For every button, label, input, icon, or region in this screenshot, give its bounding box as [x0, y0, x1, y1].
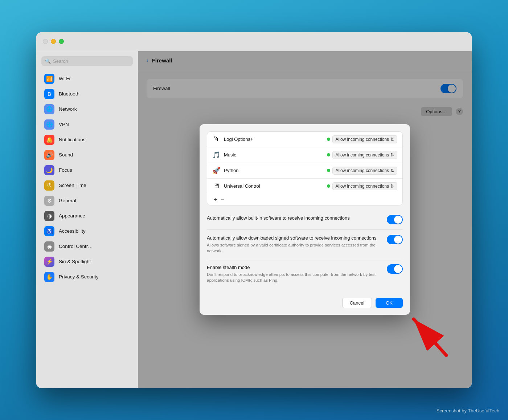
- status-label: Allow incoming connections: [336, 184, 389, 189]
- sidebar-label-network: Network: [59, 106, 77, 112]
- app-icon: 🚀: [212, 167, 220, 175]
- macos-window: 🔍 Search 📶 Wi-Fi B Bluetooth 🌐 Network 🌐…: [36, 32, 472, 388]
- sidebar-label-screentime: Screen Time: [59, 183, 86, 188]
- network-icon: 🌐: [44, 104, 54, 114]
- app-name: Universal Control: [224, 183, 323, 189]
- settings-section: Automatically allow built-in software to…: [207, 210, 403, 289]
- sidebar-label-vpn: VPN: [59, 122, 69, 127]
- settings-row-auto-signed: Automatically allow downloaded signed so…: [207, 230, 403, 259]
- window-body: 🔍 Search 📶 Wi-Fi B Bluetooth 🌐 Network 🌐…: [36, 51, 472, 388]
- sidebar-label-appearance: Appearance: [59, 213, 85, 219]
- status-select[interactable]: Allow incoming connections ⇅: [332, 167, 397, 175]
- status-select[interactable]: Allow incoming connections ⇅: [332, 151, 397, 159]
- focus-icon: 🌙: [44, 165, 54, 175]
- search-bar[interactable]: 🔍 Search: [41, 56, 133, 66]
- settings-toggle-auto-builtin[interactable]: [387, 215, 403, 224]
- general-icon: ⚙: [44, 196, 54, 206]
- svg-line-1: [414, 319, 446, 355]
- sound-icon: 🔊: [44, 150, 54, 160]
- toggle-knob: [394, 265, 402, 273]
- sidebar-label-wifi: Wi-Fi: [59, 76, 70, 81]
- sidebar-label-general: General: [59, 198, 76, 203]
- sidebar-label-siri: Siri & Spotlight: [59, 259, 91, 264]
- settings-row-stealth: Enable stealth mode Don't respond to or …: [207, 259, 403, 288]
- settings-row-auto-builtin: Automatically allow built-in software to…: [207, 210, 403, 230]
- sidebar-label-accessibility: Accessibility: [59, 228, 86, 234]
- sidebar-item-appearance[interactable]: ◑ Appearance: [38, 208, 136, 224]
- settings-text: Enable stealth mode Don't respond to or …: [207, 264, 382, 283]
- app-name: Logi Options+: [224, 136, 323, 142]
- status-dot: [327, 169, 330, 172]
- privacy-icon: ✋: [44, 272, 54, 282]
- search-icon: 🔍: [45, 58, 51, 64]
- sidebar-item-sound[interactable]: 🔊 Sound: [38, 147, 136, 163]
- app-row: 🖱 Logi Options+ Allow incoming connectio…: [207, 132, 402, 147]
- sidebar-item-vpn[interactable]: 🌐 VPN: [38, 117, 136, 132]
- connection-status: Allow incoming connections ⇅: [327, 182, 397, 190]
- status-label: Allow incoming connections: [336, 152, 389, 158]
- screentime-icon: ⏱: [44, 180, 54, 191]
- sidebar-item-controlcenter[interactable]: ◉ Control Centr…: [38, 239, 136, 254]
- appearance-icon: ◑: [44, 211, 54, 221]
- notifications-icon: 🔔: [44, 135, 54, 145]
- sidebar-item-wifi[interactable]: 📶 Wi-Fi: [38, 71, 136, 86]
- chevron-updown-icon: ⇅: [390, 137, 394, 142]
- bluetooth-icon: B: [44, 89, 54, 99]
- status-label: Allow incoming connections: [336, 168, 389, 173]
- sidebar-item-bluetooth[interactable]: B Bluetooth: [38, 86, 136, 102]
- app-name: Python: [224, 168, 323, 173]
- sidebar-item-siri[interactable]: ⚡ Siri & Spotlight: [38, 254, 136, 269]
- toggle-knob: [394, 236, 402, 244]
- settings-toggle-auto-signed[interactable]: [387, 235, 403, 244]
- vpn-icon: 🌐: [44, 119, 54, 130]
- sidebar-item-general[interactable]: ⚙ General: [38, 193, 136, 208]
- status-label: Allow incoming connections: [336, 137, 389, 142]
- app-icon: 🖱: [212, 135, 220, 143]
- sidebar-item-screentime[interactable]: ⏱ Screen Time: [38, 178, 136, 193]
- remove-app-button[interactable]: −: [219, 196, 226, 203]
- sidebar-label-focus: Focus: [59, 167, 72, 173]
- settings-text: Automatically allow downloaded signed so…: [207, 235, 382, 254]
- chevron-updown-icon: ⇅: [390, 168, 394, 173]
- status-dot: [327, 138, 330, 141]
- modal-overlay: 🖱 Logi Options+ Allow incoming connectio…: [138, 51, 472, 388]
- sidebar-item-focus[interactable]: 🌙 Focus: [38, 163, 136, 178]
- sidebar-item-accessibility[interactable]: ♿ Accessibility: [38, 224, 136, 239]
- app-icon: 🎵: [212, 151, 220, 159]
- main-panel: ‹ Firewall Firewall Options… ?: [138, 51, 472, 388]
- status-dot: [327, 184, 330, 188]
- accessibility-icon: ♿: [44, 226, 54, 236]
- sidebar-label-sound: Sound: [59, 152, 73, 158]
- sidebar: 🔍 Search 📶 Wi-Fi B Bluetooth 🌐 Network 🌐…: [36, 51, 138, 388]
- watermark: Screenshot by TheUsefulTech: [437, 408, 499, 413]
- ok-button[interactable]: OK: [376, 298, 403, 308]
- toggle-knob: [394, 216, 402, 224]
- modal-sheet: 🖱 Logi Options+ Allow incoming connectio…: [200, 124, 410, 315]
- app-rows: 🖱 Logi Options+ Allow incoming connectio…: [207, 132, 402, 194]
- sidebar-item-privacy[interactable]: ✋ Privacy & Security: [38, 269, 136, 285]
- settings-desc: Allows software signed by a valid certif…: [207, 242, 382, 254]
- controlcenter-icon: ◉: [44, 241, 54, 252]
- minimize-button[interactable]: [51, 39, 56, 44]
- maximize-button[interactable]: [59, 39, 64, 44]
- app-row: 🖥 Universal Control Allow incoming conne…: [207, 179, 402, 194]
- modal-footer: Cancel OK: [200, 293, 410, 315]
- sidebar-label-notifications: Notifications: [59, 137, 86, 142]
- settings-text: Automatically allow built-in software to…: [207, 215, 382, 221]
- chevron-updown-icon: ⇅: [390, 184, 394, 189]
- close-button[interactable]: [43, 39, 48, 44]
- sidebar-item-network[interactable]: 🌐 Network: [38, 102, 136, 117]
- settings-title: Automatically allow built-in software to…: [207, 215, 382, 221]
- settings-title: Enable stealth mode: [207, 264, 382, 271]
- status-select[interactable]: Allow incoming connections ⇅: [332, 135, 397, 143]
- status-dot: [327, 153, 330, 156]
- cancel-button[interactable]: Cancel: [342, 298, 372, 308]
- settings-toggle-stealth[interactable]: [387, 264, 403, 274]
- add-remove-row: + −: [207, 194, 402, 205]
- wifi-icon: 📶: [44, 74, 54, 84]
- add-app-button[interactable]: +: [212, 196, 219, 203]
- app-row: 🎵 Music Allow incoming connections ⇅: [207, 147, 402, 163]
- status-select[interactable]: Allow incoming connections ⇅: [332, 182, 397, 190]
- sidebar-label-privacy: Privacy & Security: [59, 274, 99, 280]
- sidebar-item-notifications[interactable]: 🔔 Notifications: [38, 132, 136, 147]
